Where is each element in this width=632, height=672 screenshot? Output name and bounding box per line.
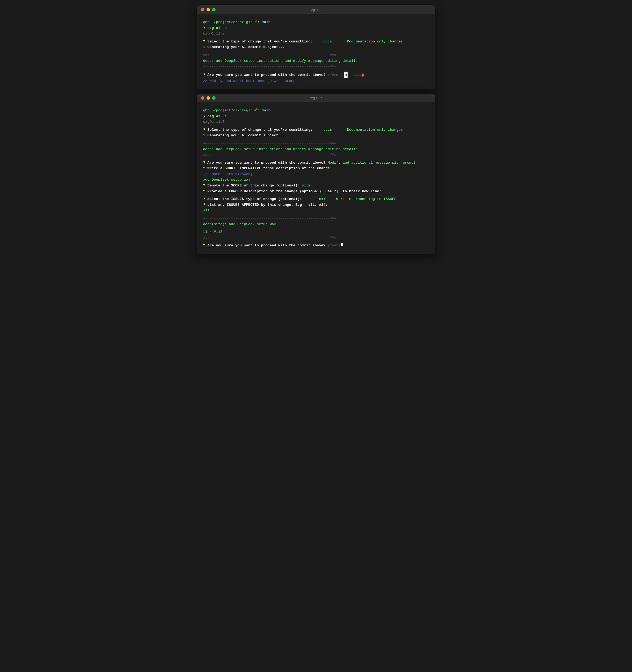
issues-type-question: ? Select the ISSUES type of change (opti… <box>203 196 429 202</box>
answer-text-top: >> Modify and additional message with pr… <box>203 78 297 84</box>
select-type-value-bottom: Documentation only changes <box>334 127 403 133</box>
prompt-user-top: qbb <box>203 19 210 25</box>
issues-type-highlight: link: <box>302 196 325 202</box>
separator-bottom-2: ###-------------------------------------… <box>203 152 429 158</box>
command-line-top: ❯ czg ai -a <box>203 25 429 31</box>
select-type-value-top: Documentation only changes <box>334 39 403 45</box>
select-type-highlight-bottom: docs: <box>313 127 334 133</box>
version-line-bottom: czg@1.11.0 <box>203 119 429 125</box>
are-you-sure-answer-bottom: Modify and additional message with promp… <box>325 160 416 166</box>
longer-desc-question: ? Provide a LONGER description of the ch… <box>203 189 429 194</box>
are-you-sure-text-top: Are you sure you want to proceed with th… <box>207 72 325 78</box>
prompt-line-top: qbb ~/project/cz/cz-git ␥: main <box>203 19 429 25</box>
prompt-user-bottom: qbb <box>203 108 210 114</box>
write-description-question: ? Write a SHORT, IMPERATIVE tense descri… <box>203 166 429 171</box>
scope-question: ? Denote the SCOPE of this change (optio… <box>203 183 429 189</box>
link-text: link #118 <box>203 229 222 235</box>
minimize-button-bottom[interactable] <box>206 96 210 100</box>
window-title-top: czg ai -a <box>309 8 322 12</box>
question-mark-1-bottom: ? <box>203 127 207 133</box>
issues-hash-value: #118 <box>203 208 212 214</box>
separator-bottom-3: ###-------------------------------------… <box>203 216 429 221</box>
question-mark-6-bottom: ? <box>203 196 207 202</box>
input-m-top[interactable]: m <box>344 72 348 78</box>
select-type-question-bottom: ? Select the type of change that you're … <box>203 127 429 133</box>
version-bottom: czg@1.11.0 <box>203 119 224 125</box>
prompt-path-bottom: ~/project/cz/cz-git <box>210 108 252 114</box>
question-mark-7-bottom: ? <box>203 202 207 208</box>
scope-value: site <box>300 183 311 189</box>
generating-line-bottom: i Generating your AI commit subject... <box>203 133 429 139</box>
arrow-svg-top <box>352 72 365 78</box>
options-top: (Ynemh) <box>325 72 343 78</box>
terminal-body-top: qbb ~/project/cz/cz-git ␥: main ❯ czg ai… <box>197 14 435 89</box>
chars-allowed-line: [72 more chars allowed] <box>203 171 429 177</box>
terminal-window-bottom: czg ai -a qbb ~/project/cz/cz-git ␥: mai… <box>197 94 435 254</box>
info-mark-top: i <box>203 44 207 50</box>
titlebar-top: czg ai -a <box>197 5 435 14</box>
traffic-lights-top <box>201 8 216 11</box>
prompt-path-top: ~/project/cz/cz-git <box>210 19 252 25</box>
minimize-button-top[interactable] <box>206 8 210 11</box>
close-button-top[interactable] <box>201 8 204 11</box>
question-mark-2-top: ? <box>203 72 207 78</box>
version-line-top: czg@1.11.0 <box>203 31 429 37</box>
longer-desc-label: Provide a LONGER description of the chan… <box>207 189 381 194</box>
select-type-label-top: Select the type of change that you're co… <box>207 39 313 45</box>
question-mark-2-bottom: ? <box>203 160 207 166</box>
maximize-button-bottom[interactable] <box>212 96 216 100</box>
issues-affected-label: List any ISSUES AFFECTED by this change.… <box>207 202 328 208</box>
final-question-line: ? Are you sure you want to proceed with … <box>203 243 429 248</box>
final-docs-commit: docs(site): add DeepSeek setup way <box>203 221 429 227</box>
separator-top-2: ###-------------------------------------… <box>203 64 429 70</box>
generating-text-top: Generating your AI commit subject... <box>207 44 285 50</box>
issues-affected-question: ? List any ISSUES AFFECTED by this chang… <box>203 202 429 208</box>
answer-line-top: >> Modify and additional message with pr… <box>203 78 429 84</box>
prompt-line-bottom: qbb ~/project/cz/cz-git ␥: main <box>203 108 429 114</box>
question-mark-4-bottom: ? <box>203 183 207 189</box>
link-line: link #118 <box>203 229 429 235</box>
version-top: czg@1.11.0 <box>203 31 224 37</box>
write-desc-text-bottom: Write a SHORT, IMPERATIVE tense descript… <box>207 166 332 171</box>
question-mark-final: ? <box>203 243 207 248</box>
final-options: (Yneh) <box>325 243 341 248</box>
scope-label: Denote the SCOPE of this change (optiona… <box>207 183 299 189</box>
issues-value-line: #118 <box>203 208 429 214</box>
traffic-lights-bottom <box>201 96 216 100</box>
final-question-text: Are you sure you want to proceed with th… <box>207 243 325 248</box>
window-title-bottom: czg ai -a <box>309 96 322 100</box>
write-value-line: add DeepSeek setup way <box>203 177 429 183</box>
generating-line-top: i Generating your AI commit subject... <box>203 44 429 50</box>
command-text-top: czg ai -a <box>207 25 227 31</box>
docs-commit-top: docs: add DeepSeek setup instructions an… <box>203 58 429 64</box>
write-value-text: add DeepSeek setup way <box>203 177 250 183</box>
command-line-bottom: ❯ czg ai -a <box>203 114 429 119</box>
separator-top-1: ###-------------------------------------… <box>203 52 429 58</box>
command-text-bottom: czg ai -a <box>207 114 227 119</box>
arrow-annotation-top <box>348 72 365 78</box>
prompt-branch-top: main <box>262 19 270 25</box>
separator-bottom-4: ###-------------------------------------… <box>203 235 429 241</box>
svg-marker-1 <box>362 73 365 77</box>
are-you-sure-text-bottom: Are you sure you want to proceed with th… <box>207 160 325 166</box>
terminal-body-bottom: qbb ~/project/cz/cz-git ␥: main ❯ czg ai… <box>197 102 435 254</box>
terminal-window-top: czg ai -a qbb ~/project/cz/cz-git ␥: mai… <box>197 5 435 89</box>
prompt-branch-bottom: main <box>262 108 270 114</box>
docs-commit-bottom: docs: add DeepSeek setup instructions an… <box>203 146 429 152</box>
issues-type-value: Work in processing to ISSUES <box>325 196 396 202</box>
maximize-button-top[interactable] <box>212 8 216 11</box>
are-you-sure-line-top: ? Are you sure you want to proceed with … <box>203 72 429 78</box>
question-mark-1-top: ? <box>203 39 207 45</box>
git-icon-top: ␥: <box>252 19 262 25</box>
git-icon-bottom: ␥: <box>252 108 262 114</box>
generating-text-bottom: Generating your AI commit subject... <box>207 133 285 139</box>
question-mark-3-bottom: ? <box>203 166 207 171</box>
titlebar-bottom: czg ai -a <box>197 94 435 102</box>
select-type-question-top: ? Select the type of change that you're … <box>203 39 429 45</box>
chars-allowed-text: [72 more chars allowed] <box>203 171 252 177</box>
separator-bottom-1: ###-------------------------------------… <box>203 141 429 146</box>
are-you-sure-inline-bottom: ? Are you sure you want to proceed with … <box>203 160 429 166</box>
close-button-bottom[interactable] <box>201 96 204 100</box>
info-mark-bottom: i <box>203 133 207 139</box>
select-type-highlight-top: docs: <box>313 39 334 45</box>
